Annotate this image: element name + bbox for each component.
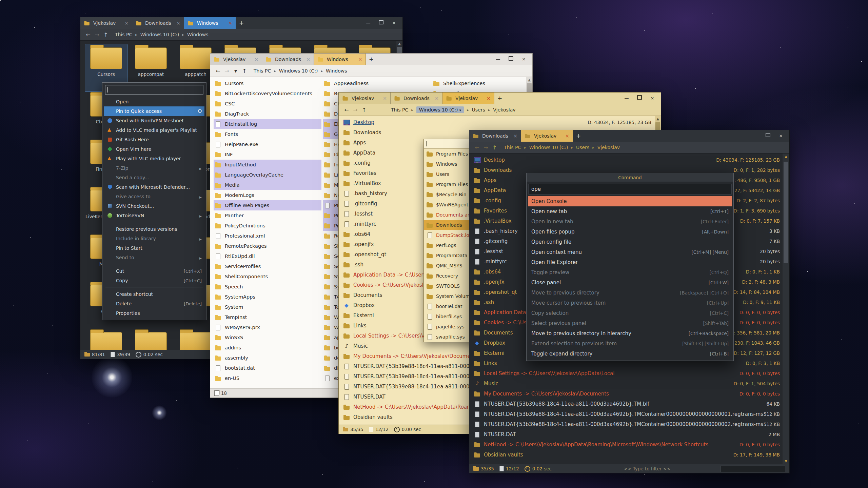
menu-item[interactable]: Restore previous versions (104, 224, 204, 234)
back-button[interactable]: ← (473, 144, 481, 151)
file-row[interactable]: ShellExperiences (432, 78, 532, 88)
menu-item[interactable]: Cut [Ctrl+X] (104, 266, 204, 276)
file-row[interactable]: bootstat.dat (214, 363, 321, 373)
breadcrumb-this-pc[interactable]: This PC (391, 107, 408, 113)
file-row[interactable]: ServiceProfiles (214, 261, 321, 271)
forward-button[interactable]: → (481, 144, 490, 151)
tab-close-icon[interactable]: × (358, 57, 362, 62)
scroll-up-icon[interactable]: ▲ (783, 155, 789, 158)
tab-close-icon[interactable]: × (565, 133, 569, 139)
file-row[interactable]: Local Settings -> C:\Users\Vjekoslav\App… (469, 368, 783, 379)
file-row[interactable]: DiagTrack (214, 109, 321, 119)
tab-close-icon[interactable]: × (254, 57, 258, 62)
tab[interactable]: Vjekoslav × (521, 130, 573, 142)
breadcrumb-folder[interactable]: Windows (326, 68, 347, 74)
titlebar[interactable]: Vjekoslav × Downloads × Windows × (210, 54, 532, 65)
close-button[interactable]: × (646, 94, 659, 102)
file-row[interactable]: assembly (214, 353, 321, 363)
file-row[interactable]: WMSysPr9.prx (214, 322, 321, 332)
menu-item[interactable]: Send to (104, 253, 204, 262)
file-row[interactable]: Obsidian vaults D: 17, F: 149, 38 MB (469, 450, 783, 460)
breadcrumb-users[interactable]: Users (472, 107, 485, 113)
tab[interactable]: Windows × (314, 54, 366, 65)
file-row[interactable]: RemotePackages (214, 241, 321, 251)
new-tab-button[interactable]: + (573, 130, 584, 142)
maximize-button[interactable] (375, 19, 388, 27)
menu-item[interactable]: Create shortcut (104, 289, 204, 299)
forward-button[interactable]: → (351, 107, 360, 113)
tab[interactable]: Windows × (184, 17, 236, 29)
tab[interactable]: Downloads × (262, 54, 314, 65)
palette-item[interactable]: Toggle expand directory [Ctrl+B] (528, 349, 732, 359)
file-row[interactable]: NetHood -> C:\Users\Vjekoslav\AppData\Ro… (469, 440, 783, 450)
up-button[interactable]: ↑ (360, 107, 369, 113)
palette-item[interactable]: Move cursor to previous item [Ctrl+Up] (528, 298, 732, 308)
scrollbar-thumb[interactable] (784, 162, 788, 263)
tab[interactable]: Downloads × (132, 17, 184, 29)
palette-item[interactable]: Close panel [Ctrl+W] (528, 278, 732, 288)
tab-close-icon[interactable]: × (306, 57, 310, 62)
back-button[interactable]: ← (84, 32, 93, 38)
file-row[interactable]: Desktop D: 43034, F: 125185, 23 GB (469, 155, 783, 165)
grid-item[interactable]: RemotePackages (85, 329, 127, 350)
file-row[interactable]: NTUSER.DAT{53b39e88-18c4-11ea-a811-000d3… (469, 419, 783, 429)
file-row[interactable]: Panther (214, 210, 321, 221)
minimize-button[interactable]: — (620, 94, 633, 102)
file-row[interactable]: NTUSER.DAT 2 MB (469, 429, 783, 440)
close-button[interactable]: × (517, 55, 530, 63)
file-row[interactable]: PolicyDefinitions (214, 221, 321, 231)
file-row[interactable]: BitLockerDiscoveryVolumeContents (214, 88, 321, 99)
file-row[interactable]: NTUSER.DAT{53b39e88-18c4-11ea-a811-000d3… (469, 399, 783, 409)
palette-item[interactable]: Copy selection [Ctrl+C] (528, 308, 732, 318)
palette-item[interactable]: Open config file (528, 237, 732, 247)
menu-item[interactable]: Git Bash Here (104, 135, 204, 144)
file-row[interactable]: TempInst (214, 312, 321, 322)
palette-item[interactable]: Open context menu [Ctrl+M] [Menu] (528, 247, 732, 257)
breadcrumb-drive[interactable]: Windows 10 (C:) (279, 68, 318, 74)
file-row[interactable]: SystemApps (214, 292, 321, 302)
menu-item[interactable]: Send with NordVPN Meshnet (104, 116, 204, 125)
maximize-button[interactable] (762, 132, 774, 140)
tab[interactable]: Vjekoslav × (442, 93, 494, 104)
up-button[interactable]: ↑ (240, 68, 249, 74)
scroll-up-icon[interactable]: ▲ (396, 42, 402, 45)
tab-close-icon[interactable]: × (435, 96, 439, 101)
history-dropdown-icon[interactable]: ▾ (231, 68, 240, 74)
palette-item[interactable]: Toggle preview [Ctrl+Q] (528, 267, 732, 278)
menu-item[interactable]: Scan with Microsoft Defender... (104, 182, 204, 192)
file-row[interactable]: WinSxS (214, 332, 321, 343)
breadcrumb-drive[interactable]: Windows 10 (C:) (529, 145, 568, 150)
titlebar[interactable]: Downloads × Vjekoslav × + — × (469, 130, 789, 142)
file-row[interactable]: InputMethod (214, 160, 321, 170)
back-button[interactable]: ← (342, 107, 351, 113)
palette-item[interactable]: Open files popup [Alt+Down] (528, 227, 732, 237)
menu-item[interactable]: Give access to (104, 192, 204, 201)
file-row[interactable]: Speech (214, 282, 321, 292)
file-row[interactable]: Desktop D: 43034, F: 125185, 23 GB (339, 117, 654, 127)
palette-item[interactable]: Extend selection to previous item [Shift… (528, 339, 732, 349)
file-row[interactable]: LanguageOverlayCache (214, 170, 321, 180)
palette-item[interactable]: Move to previous directory [Backspace] [… (528, 288, 732, 298)
breadcrumb-this-pc[interactable]: This PC (504, 145, 521, 150)
maximize-button[interactable] (633, 94, 646, 102)
palette-search-input[interactable]: ope (528, 184, 732, 195)
breadcrumb-user[interactable]: Vjekoslav (597, 145, 620, 150)
file-row[interactable]: Cursors (214, 78, 321, 88)
file-row[interactable]: CSC (214, 99, 321, 109)
file-row[interactable]: DtcInstall.log (214, 119, 321, 129)
file-row[interactable]: Media (214, 180, 321, 190)
tab-close-icon[interactable]: × (383, 96, 387, 101)
palette-item[interactable]: Select previous panel [Shift+Tab] (528, 318, 732, 328)
menu-item[interactable]: Open Vim here (104, 144, 204, 154)
file-row[interactable]: System (214, 302, 321, 312)
file-row[interactable]: AppReadiness (323, 78, 431, 88)
forward-button[interactable]: → (222, 68, 231, 74)
new-tab-button[interactable]: + (494, 93, 505, 104)
maximize-button[interactable] (505, 55, 517, 63)
menu-item[interactable]: Include in library (104, 234, 204, 243)
breadcrumb-user[interactable]: Vjekoslav (493, 107, 515, 113)
up-button[interactable]: ↑ (101, 32, 110, 38)
file-row[interactable]: Offline Web Pages (214, 200, 321, 210)
menu-item[interactable]: Pin to Quick access (104, 106, 204, 116)
scroll-down-icon[interactable]: ▼ (783, 459, 789, 463)
